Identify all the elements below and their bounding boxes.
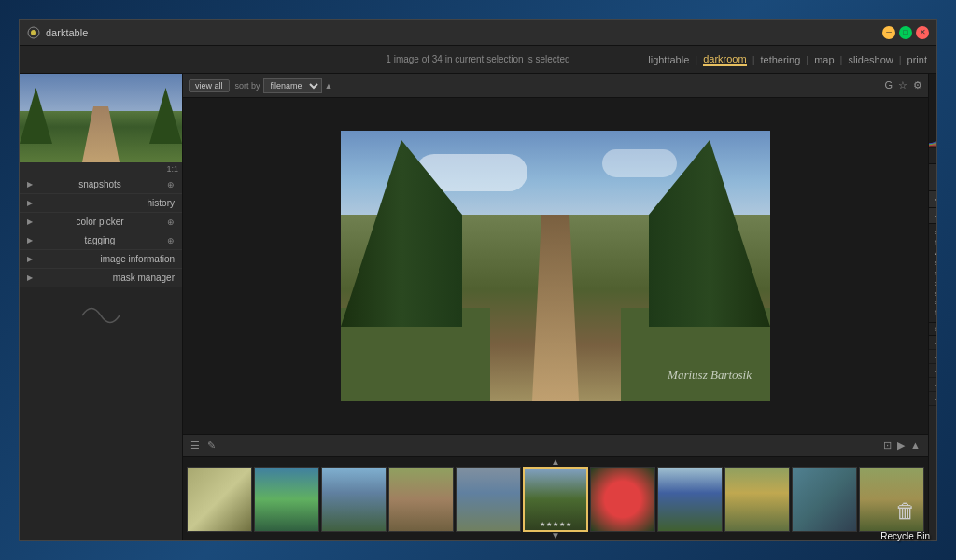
nav-darkroom[interactable]: darkroom xyxy=(703,53,746,66)
close-button[interactable]: ✕ xyxy=(916,26,929,39)
color-picker-section: ▶ color picker ⊕ xyxy=(20,213,182,231)
histogram xyxy=(929,74,936,148)
zoom-value[interactable]: 1:1 xyxy=(166,164,178,174)
filmstrip-thumb-8[interactable] xyxy=(657,467,723,532)
sh-arrows: ◀◀ xyxy=(935,212,936,220)
history-header[interactable]: ▶ history xyxy=(20,194,182,212)
crop-expand: ◀◀ xyxy=(935,339,936,347)
tagging-header[interactable]: ▶ tagging ⊕ xyxy=(20,231,182,249)
thumb-rating: ★ ★ ★ ★ ★ xyxy=(540,521,571,528)
exposure-info: 1/1000 f/0.0 0.0mm iso 400 xyxy=(929,148,936,164)
main-image-area: view all sort by filename date rating ▲ … xyxy=(183,74,928,540)
shadows-color-label: shadows color adjustment xyxy=(935,289,936,306)
more-modules-button[interactable]: more modules ▾ xyxy=(929,406,936,423)
recycle-bin[interactable]: 🗑 Recycle Bin xyxy=(880,495,930,541)
preview-image[interactable] xyxy=(20,74,182,162)
tagging-add-icon[interactable]: ⊕ xyxy=(167,236,175,245)
main-window: darktable ─ □ ✕ 1 image of 34 in current… xyxy=(19,19,937,541)
bottom-right-icons: ⊡ ▶ ▲ xyxy=(883,440,921,452)
filmstrip-down-arrow[interactable]: ▼ xyxy=(551,531,560,540)
nav-slideshow[interactable]: slideshow xyxy=(848,54,893,65)
highlights-label: highlights xyxy=(935,238,936,246)
settings-icon[interactable]: ⚙ xyxy=(913,79,922,91)
view-all-button[interactable]: view all xyxy=(189,79,230,92)
contrast-arrows: ◀◀ xyxy=(935,195,936,203)
white-point-label: white point adjustment xyxy=(935,248,936,257)
mask-manager-label: mask manager xyxy=(113,273,175,283)
color-picker-header[interactable]: ▶ color picker ⊕ xyxy=(20,213,182,231)
sort-control: sort by filename date rating ▲ xyxy=(235,78,333,93)
tagging-label: tagging xyxy=(85,235,116,245)
highlights-color-label: highlights color adjust xyxy=(935,308,936,316)
history-section: ▶ history xyxy=(20,194,182,213)
filmstrip: ▲ ★ xyxy=(183,456,928,540)
sh-params: shadows 50.00 highlights -50.00 xyxy=(929,224,936,323)
tagging-section: ▶ tagging ⊕ xyxy=(20,231,182,250)
play-icon[interactable]: ▶ xyxy=(897,440,905,452)
mask-manager-header[interactable]: ▶ mask manager xyxy=(20,269,182,287)
filmstrip-thumb-7[interactable] xyxy=(590,467,655,532)
zoom-control: 1:1 xyxy=(20,162,182,175)
snapshots-add-icon[interactable]: ⊕ xyxy=(167,180,175,189)
nav-map[interactable]: map xyxy=(814,54,834,65)
sort-select[interactable]: filename date rating xyxy=(263,78,322,93)
snapshots-header[interactable]: ▶ snapshots ⊕ xyxy=(20,175,182,193)
image-bottom-bar: ☰ ✎ ⊡ ▶ ▲ xyxy=(183,434,928,456)
snapshots-section: ▶ snapshots ⊕ xyxy=(20,175,182,194)
filmstrip-thumb-6-active[interactable]: ★ ★ ★ ★ ★ xyxy=(523,467,588,532)
nav-tethering[interactable]: tethering xyxy=(760,54,800,65)
exposure-expand: ◀◀ xyxy=(935,381,936,389)
blend-row: blend off ▼ xyxy=(929,323,936,336)
filmstrip-thumb-9[interactable] xyxy=(724,467,790,532)
image-info-header[interactable]: ▶ image information xyxy=(20,250,182,268)
filmstrip-thumb-4[interactable] xyxy=(388,467,454,532)
selection-info: 1 image of 34 in current selection is se… xyxy=(386,54,569,64)
nav-lighttable[interactable]: lighttable xyxy=(648,54,689,65)
left-panel: 1:1 ▶ snapshots ⊕ ▶ history ▶ color xyxy=(20,74,183,540)
orientation-expand: ◀◀ xyxy=(935,367,936,375)
menu-icon[interactable]: ☰ xyxy=(190,440,200,452)
compress-row: compress 50.00% xyxy=(935,279,936,287)
expand-icon[interactable]: ▲ xyxy=(910,440,921,452)
base-curve-expand: ◀◀ xyxy=(935,353,936,361)
nav-print[interactable]: print xyxy=(907,54,927,65)
snapshots-arrow: ▶ xyxy=(27,180,33,189)
history-label: history xyxy=(148,198,175,208)
grid-view-icon[interactable]: ⊡ xyxy=(883,440,892,452)
right-toolbar: ↺ ✦ ⬤ ◎ ↻ ◈ xyxy=(929,164,936,191)
filmstrip-thumb-5[interactable] xyxy=(456,467,521,532)
compress-label: compress xyxy=(935,279,936,287)
star-icon[interactable]: ☆ xyxy=(898,79,907,91)
highlights-color-row: highlights color adjust 50.00% xyxy=(935,308,936,316)
filmstrip-thumb-3[interactable] xyxy=(321,467,387,532)
shadows-row: shadows 50.00 xyxy=(935,228,936,236)
shadows-label: shadows xyxy=(935,228,936,236)
white-point-row: white point adjustment 0.00 xyxy=(935,248,936,257)
soften-label: soften with xyxy=(935,259,936,267)
right-panel: 1/1000 f/0.0 0.0mm iso 400 ↺ ✦ ⬤ ◎ ↻ ◈ ◀… xyxy=(928,74,936,540)
image-info-label: image information xyxy=(101,254,175,264)
edit-icon[interactable]: ✎ xyxy=(207,440,216,452)
contrast-section-header[interactable]: ◀◀ contrast brightness saturation ✋ xyxy=(929,191,936,208)
filmstrip-thumb-2[interactable] xyxy=(254,467,319,532)
shadows-highlights-header[interactable]: ◀◀ shadows and highlights ▼ xyxy=(929,208,936,224)
photo-watermark: Mariusz Bartosik xyxy=(668,368,752,383)
filmstrip-thumb-1[interactable] xyxy=(187,467,252,532)
maximize-button[interactable]: □ xyxy=(899,26,912,39)
shadows-color-row: shadows color adjustment 100.00% xyxy=(935,289,936,306)
filmstrip-thumb-10[interactable] xyxy=(792,467,857,532)
color-picker-label: color picker xyxy=(76,217,123,227)
svg-point-1 xyxy=(31,30,36,35)
sort-asc-icon[interactable]: ▲ xyxy=(325,81,333,91)
filmstrip-up-arrow[interactable]: ▲ xyxy=(551,457,560,467)
navbar: 1 image of 34 in current selection is se… xyxy=(20,46,936,74)
sort-label: sort by xyxy=(235,81,260,91)
color-picker-add-icon[interactable]: ⊕ xyxy=(167,217,175,227)
grid-icon[interactable]: G xyxy=(884,79,893,91)
window-title: darktable xyxy=(46,27,882,38)
history-arrow: ▶ xyxy=(27,199,33,207)
soften-row: soften with gaussians ▼ xyxy=(935,259,936,267)
image-view[interactable]: Mariusz Bartosik xyxy=(183,98,928,434)
minimize-button[interactable]: ─ xyxy=(882,26,895,39)
exposure-module: ◀◀ exposure ☀ xyxy=(929,378,936,392)
